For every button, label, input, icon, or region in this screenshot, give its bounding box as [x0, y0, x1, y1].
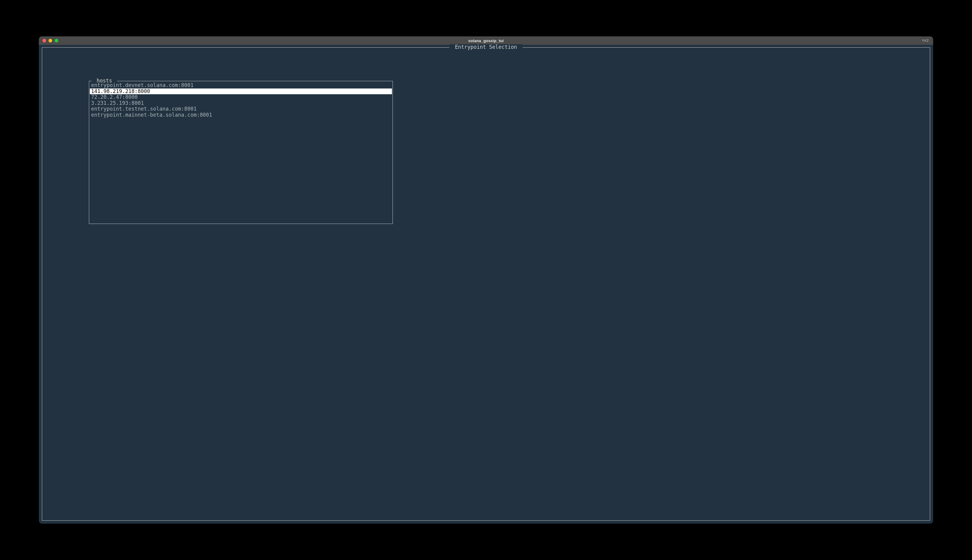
panel-title: Entrypoint Selection [449, 44, 522, 50]
host-item[interactable]: 141.98.219.218:8000 [90, 88, 392, 95]
host-item[interactable]: entrypoint.testnet.solana.com:8001 [90, 106, 392, 112]
window-controls [42, 39, 58, 42]
window-title: solana_gossip_tui [468, 38, 504, 43]
host-item[interactable]: entrypoint.mainnet-beta.solana.com:8001 [90, 112, 392, 118]
terminal-body: Entrypoint Selection hosts entrypoint.de… [39, 45, 933, 523]
host-item[interactable]: 3.231.25.193:8001 [90, 100, 392, 107]
window-shortcut-badge: ⌥⌘2 [922, 38, 929, 43]
entrypoint-selection-panel: Entrypoint Selection hosts entrypoint.de… [42, 47, 930, 521]
close-icon[interactable] [42, 39, 46, 42]
terminal-window: solana_gossip_tui ⌥⌘2 Entrypoint Selecti… [39, 37, 933, 523]
hosts-panel[interactable]: hosts entrypoint.devnet.solana.com:80011… [89, 81, 393, 224]
host-item[interactable]: 72.20.2.47:8000 [90, 94, 392, 100]
minimize-icon[interactable] [49, 39, 52, 42]
host-item[interactable]: entrypoint.devnet.solana.com:8001 [90, 82, 392, 88]
hosts-list[interactable]: entrypoint.devnet.solana.com:8001141.98.… [90, 82, 392, 223]
zoom-icon[interactable] [55, 39, 58, 42]
